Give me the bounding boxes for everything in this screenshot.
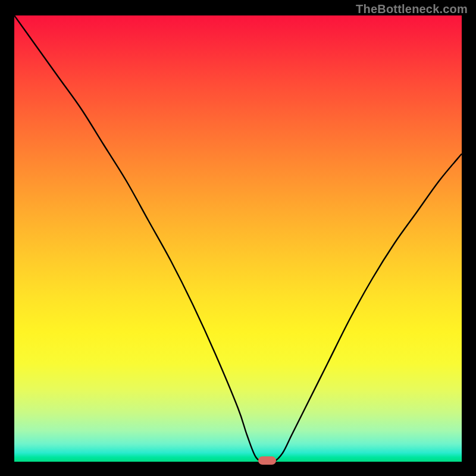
optimal-point-marker: [258, 456, 276, 465]
plot-area: [14, 15, 462, 462]
chart-frame: TheBottleneck.com: [0, 0, 476, 476]
curve-path: [14, 15, 462, 462]
watermark-text: TheBottleneck.com: [356, 2, 468, 16]
bottleneck-curve: [14, 15, 462, 462]
